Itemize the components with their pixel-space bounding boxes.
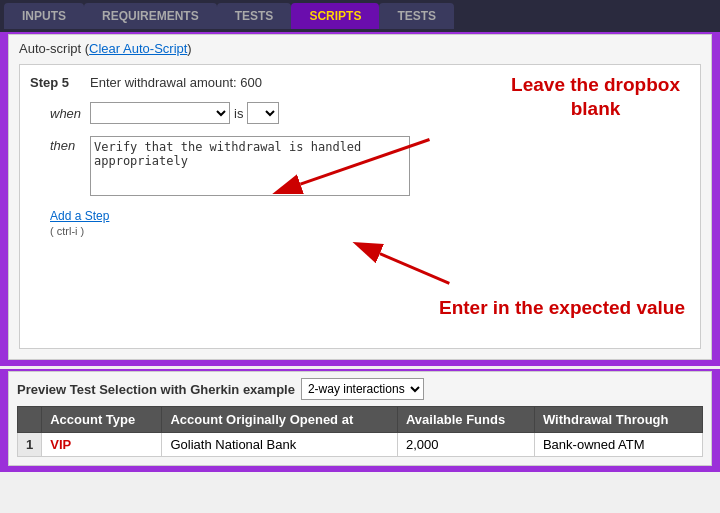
- row-number: 1: [18, 433, 42, 457]
- table-header-num: [18, 407, 42, 433]
- when-row: when is: [50, 102, 690, 124]
- preview-title: Preview Test Selection with Gherkin exam…: [17, 382, 295, 397]
- autoscript-title: Auto-script (Clear Auto-Script): [19, 41, 701, 56]
- add-step-container: Add a Step ( ctrl-i ): [50, 208, 690, 238]
- step-row: Step 5 Enter withdrawal amount: 600: [30, 75, 690, 90]
- row-account-type: VIP: [42, 433, 162, 457]
- then-row: then: [50, 136, 690, 196]
- is-dropdown[interactable]: [247, 102, 279, 124]
- nav-tab-inputs[interactable]: INPUTS: [4, 3, 84, 29]
- add-step-link[interactable]: Add a Step: [50, 209, 109, 223]
- nav-tab-tests2[interactable]: TESTS: [379, 3, 454, 29]
- nav-tab-tests1[interactable]: TESTS: [217, 3, 292, 29]
- nav-tab-scripts[interactable]: Scripts: [291, 3, 379, 29]
- preview-dropdown[interactable]: 2-way interactions: [301, 378, 424, 400]
- table-header-row: Account Type Account Originally Opened a…: [18, 407, 703, 433]
- add-step-shortcut: ( ctrl-i ): [50, 225, 84, 237]
- nav-tab-requirements[interactable]: Requirements: [84, 3, 217, 29]
- table-header-account-type: Account Type: [42, 407, 162, 433]
- preview-header: Preview Test Selection with Gherkin exam…: [17, 378, 703, 400]
- annotation-expected: Enter in the expected value: [439, 296, 685, 320]
- row-available-funds: 2,000: [397, 433, 534, 457]
- row-opened-at: Goliath National Bank: [162, 433, 397, 457]
- when-dropdown[interactable]: [90, 102, 230, 124]
- annotation-expected-text: Enter in the expected value: [439, 296, 685, 320]
- step-content: Enter withdrawal amount: 600: [90, 75, 262, 90]
- svg-line-3: [380, 254, 450, 284]
- when-label: when: [50, 106, 90, 121]
- table-header-withdrawal: Withdrawal Through: [534, 407, 702, 433]
- table-row: 1 VIP Goliath National Bank 2,000 Bank-o…: [18, 433, 703, 457]
- table-header-available-funds: Available Funds: [397, 407, 534, 433]
- table-header-opened-at: Account Originally Opened at: [162, 407, 397, 433]
- top-nav: INPUTS Requirements TESTS Scripts TESTS: [0, 0, 720, 32]
- preview-table: Account Type Account Originally Opened a…: [17, 406, 703, 457]
- step-label: Step 5: [30, 75, 80, 90]
- row-withdrawal-through: Bank-owned ATM: [534, 433, 702, 457]
- then-label: then: [50, 136, 90, 153]
- then-textarea[interactable]: [90, 136, 410, 196]
- clear-autoscript-link[interactable]: Clear Auto-Script: [89, 41, 187, 56]
- is-label: is: [234, 106, 243, 121]
